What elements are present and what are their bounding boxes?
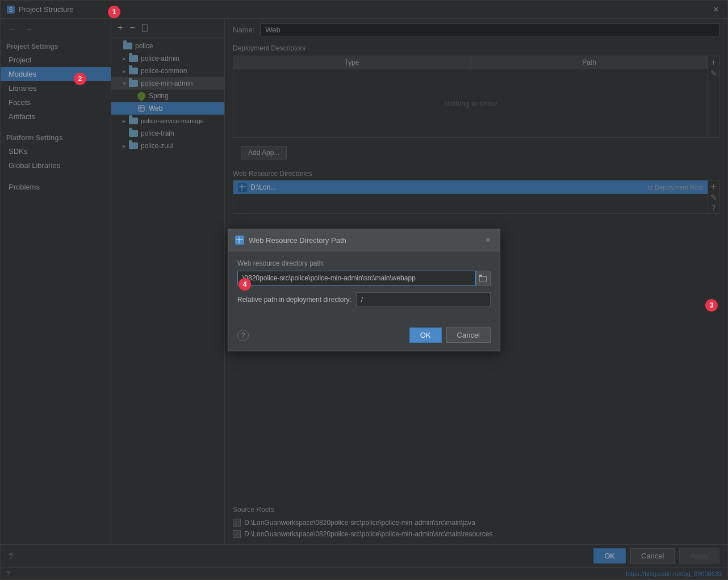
annotation-3: 3 (705, 299, 718, 312)
rel-path-row: Relative path in deployment directory: (237, 292, 491, 307)
modal-title-bar: Web Resource Directory Path × (228, 229, 500, 251)
modal-body: Web resource directory path: Relative pa… (228, 251, 500, 323)
browse-button[interactable] (476, 271, 491, 285)
annotation-1: 1 (108, 6, 120, 18)
rel-path-label: Relative path in deployment directory: (237, 296, 352, 304)
svg-rect-8 (236, 237, 243, 243)
dir-path-input[interactable] (237, 271, 476, 285)
dir-path-row (237, 271, 491, 285)
modal-title: Web Resource Directory Path (249, 236, 483, 245)
main-window: S Project Structure × ← → Project Settin… (0, 0, 728, 580)
modal-ok-button[interactable]: OK (409, 327, 442, 343)
modal-buttons: OK Cancel (409, 327, 491, 343)
svg-rect-12 (479, 275, 482, 276)
modal-dialog: Web Resource Directory Path × Web resour… (228, 229, 500, 351)
modal-icon (235, 236, 244, 245)
modal-close-button[interactable]: × (483, 234, 493, 246)
modal-cancel-button[interactable]: Cancel (446, 327, 491, 343)
modal-help-icon[interactable]: ? (237, 330, 249, 341)
annotation-4: 4 (239, 278, 251, 291)
dir-path-label: Web resource directory path: (237, 259, 491, 267)
modal-footer: ? OK Cancel (228, 323, 500, 351)
rel-path-input[interactable] (356, 292, 491, 307)
modal-overlay: Web Resource Directory Path × Web resour… (0, 0, 728, 580)
svg-rect-11 (479, 276, 487, 281)
annotation-2: 2 (74, 73, 86, 85)
